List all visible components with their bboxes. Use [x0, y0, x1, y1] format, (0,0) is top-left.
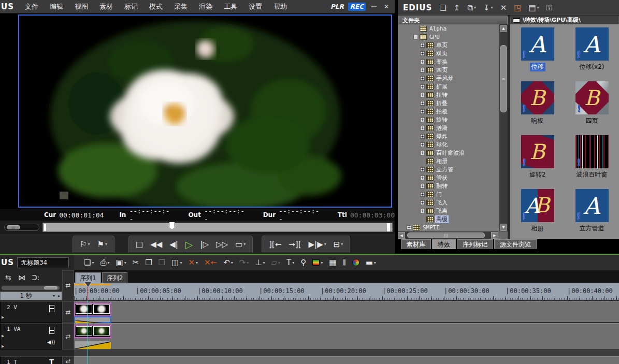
mode-toggle-icon[interactable]: ⇆	[5, 273, 11, 282]
bin-toolbar-button[interactable]: ◳▾	[514, 3, 521, 12]
expand-toggle-icon[interactable]	[413, 35, 418, 39]
expand-toggle-icon[interactable]	[420, 118, 425, 122]
timeline-toolbar-button[interactable]: ▱▾	[269, 258, 282, 267]
folder-tree-item[interactable]: 拍板	[398, 107, 499, 115]
expand-toggle-icon[interactable]	[420, 192, 425, 197]
mode-toggle-icon[interactable]: ⋈	[18, 273, 25, 282]
folder-tree-item[interactable]: 门	[398, 190, 499, 198]
folder-tree-item[interactable]: 飞离	[398, 207, 499, 215]
rec-indicator[interactable]: REC	[348, 3, 366, 11]
chevron-down-icon[interactable]: ▾	[231, 260, 233, 265]
speaker-icon[interactable]: ◀))	[47, 339, 55, 345]
chevron-down-icon[interactable]: ▾	[51, 294, 56, 298]
clip-thumbnail-strip[interactable]	[74, 325, 111, 338]
folder-tree-item[interactable]: 扩展	[398, 82, 499, 91]
video-track-lane[interactable]	[74, 301, 619, 323]
va-clip[interactable]	[74, 325, 111, 338]
folder-tree-item[interactable]: SMPTE	[398, 223, 499, 231]
effect-item[interactable]: ! 相册	[510, 186, 565, 240]
menu-item[interactable]: 帮助	[268, 0, 293, 13]
bin-tab[interactable]: 序列标记	[457, 239, 493, 249]
link-column-cell[interactable]: ⇄	[62, 323, 74, 350]
sequence-tab[interactable]: 序列1	[75, 272, 101, 283]
transport-button[interactable]: ▭▾	[233, 240, 248, 249]
effect-item[interactable]: ! 立方管道	[565, 186, 619, 240]
chevron-right-icon[interactable]: ▸	[56, 294, 62, 298]
bin-toolbar-button[interactable]: ▤▾	[528, 3, 539, 12]
timeline-toolbar-button[interactable]: ▾	[351, 259, 361, 266]
folder-tree-item[interactable]: 折叠	[398, 99, 499, 107]
menu-item[interactable]: 渲染	[193, 0, 218, 13]
timeline-toolbar-button[interactable]: ↶▾	[222, 258, 235, 267]
expand-toggle-icon[interactable]	[420, 176, 425, 180]
close-button[interactable]: ✕	[382, 3, 391, 10]
track-expander-icon[interactable]: ▶	[2, 344, 4, 348]
shuttle-grip[interactable]: |||	[7, 225, 20, 229]
menu-item[interactable]: 编辑	[44, 0, 69, 13]
bin-tab[interactable]: 特效	[432, 239, 456, 249]
chevron-down-icon[interactable]: ▾	[374, 260, 376, 265]
effect-thumbnail[interactable]: !	[575, 81, 609, 114]
effect-thumbnail[interactable]: !	[575, 27, 609, 61]
plr-indicator[interactable]: PLR	[330, 3, 344, 10]
folder-tree-item[interactable]: GPU	[398, 33, 499, 41]
transport-button[interactable]: ◀|▾	[167, 240, 181, 249]
timeline-toolbar-button[interactable]: ⫴▾	[341, 258, 347, 267]
effect-thumbnail[interactable]: !	[521, 189, 554, 222]
bin-toolbar-button[interactable]: ✕▾	[500, 3, 507, 12]
edit-button[interactable]: ⊟▾	[331, 240, 346, 249]
chevron-down-icon[interactable]: ▾	[324, 242, 326, 246]
video-clip[interactable]	[74, 303, 111, 316]
chevron-down-icon[interactable]: ▾	[243, 242, 246, 246]
expand-toggle-icon[interactable]	[420, 101, 425, 106]
edit-button[interactable]: ][←▾	[266, 240, 284, 249]
effect-thumbnail[interactable]: !	[521, 27, 554, 61]
menu-item[interactable]: 工具	[218, 0, 243, 13]
tree-vertical-scrollbar[interactable]: ▲ ≡ ▼	[499, 24, 508, 231]
chevron-down-icon[interactable]: ▾	[92, 260, 94, 265]
transport-button[interactable]: □▾	[133, 240, 146, 249]
bin-toolbar-button[interactable]: ↧▾	[483, 3, 493, 12]
expand-toggle-icon[interactable]	[420, 209, 425, 213]
expand-toggle-icon[interactable]	[420, 43, 425, 48]
effect-thumbnail[interactable]: !	[521, 81, 554, 114]
menu-item[interactable]: 采集	[168, 0, 193, 13]
scrollbar-track[interactable]: |||	[405, 232, 491, 239]
bin-toolbar-button[interactable]: ❏▾	[439, 3, 446, 12]
track-expander-icon[interactable]: ▶	[2, 334, 4, 338]
chevron-down-icon[interactable]: ▾	[180, 260, 182, 265]
edit-button[interactable]: →][▾	[286, 240, 304, 249]
effect-item[interactable]: ! 响板	[510, 78, 565, 132]
folder-tree-item[interactable]: 翻转	[398, 182, 499, 190]
transport-button[interactable]: ◀◀▾	[148, 240, 165, 249]
expand-toggle-icon[interactable]	[420, 142, 425, 147]
title-track-lane[interactable]	[74, 356, 619, 364]
transport-button[interactable]: ▷▾	[183, 239, 196, 250]
track-header-video[interactable]: 2 V ▶	[0, 301, 62, 323]
effect-thumbnail[interactable]: !	[575, 189, 609, 222]
menu-item[interactable]: 素材	[94, 0, 119, 13]
timeline-zoom-slider[interactable]	[1, 285, 60, 290]
video-track-icon[interactable]	[49, 327, 54, 334]
transport-button[interactable]: |▷▾	[197, 240, 211, 249]
effect-item[interactable]: ! 四页	[565, 78, 619, 132]
clip-thumbnail-strip[interactable]	[74, 303, 111, 316]
zoom-slider-grip[interactable]	[44, 286, 57, 289]
chevron-down-icon[interactable]: ▾	[278, 260, 280, 265]
timeline-toolbar-button[interactable]: ▣▾	[114, 258, 128, 267]
expand-toggle-icon[interactable]	[420, 68, 425, 72]
expand-toggle-icon[interactable]	[420, 51, 425, 56]
expand-toggle-icon[interactable]	[420, 184, 425, 188]
position-playhead[interactable]	[169, 222, 175, 230]
folder-tree-item[interactable]: 爆炸	[398, 132, 499, 140]
scroll-down-icon[interactable]: ▼	[500, 224, 507, 231]
expand-toggle-icon[interactable]	[407, 225, 411, 230]
expand-toggle-icon[interactable]	[420, 167, 425, 172]
timeline-toolbar-button[interactable]: ✕▾	[186, 258, 199, 267]
sequence-tab[interactable]: 序列2	[102, 272, 128, 283]
zoom-level-value[interactable]: 1 秒	[1, 292, 51, 300]
chevron-down-icon[interactable]: ▾	[321, 260, 323, 265]
expand-toggle-icon[interactable]	[420, 109, 425, 114]
bin-tab[interactable]: 素材库	[401, 239, 431, 249]
timeline-toolbar-button[interactable]: ⚲▾	[299, 258, 308, 267]
